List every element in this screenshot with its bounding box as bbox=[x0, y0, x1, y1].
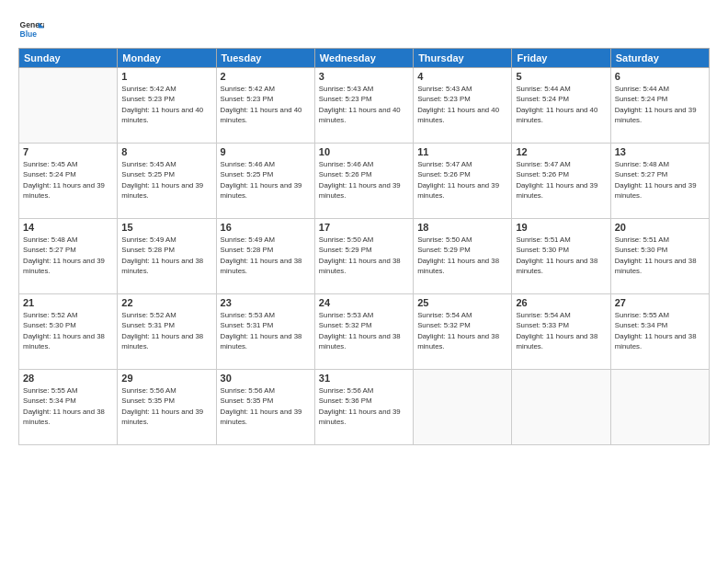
day-number: 18 bbox=[417, 222, 507, 233]
day-number: 22 bbox=[121, 297, 211, 308]
day-number: 28 bbox=[23, 373, 113, 384]
day-number: 12 bbox=[516, 146, 606, 157]
calendar-week-row: 28Sunrise: 5:55 AMSunset: 5:34 PMDayligh… bbox=[19, 370, 710, 445]
header: General Blue bbox=[18, 17, 710, 42]
day-info: Sunrise: 5:48 AMSunset: 5:27 PMDaylight:… bbox=[615, 159, 705, 201]
calendar-cell: 30Sunrise: 5:56 AMSunset: 5:35 PMDayligh… bbox=[216, 370, 314, 445]
day-info: Sunrise: 5:46 AMSunset: 5:25 PMDaylight:… bbox=[221, 159, 311, 201]
weekday-header: Monday bbox=[118, 49, 216, 68]
day-info: Sunrise: 5:50 AMSunset: 5:29 PMDaylight:… bbox=[417, 235, 507, 276]
calendar-cell: 12Sunrise: 5:47 AMSunset: 5:26 PMDayligh… bbox=[512, 144, 610, 219]
day-info: Sunrise: 5:56 AMSunset: 5:35 PMDaylight:… bbox=[121, 385, 211, 427]
calendar-week-row: 14Sunrise: 5:48 AMSunset: 5:27 PMDayligh… bbox=[19, 219, 710, 294]
calendar-cell: 15Sunrise: 5:49 AMSunset: 5:28 PMDayligh… bbox=[118, 219, 216, 294]
day-info: Sunrise: 5:56 AMSunset: 5:35 PMDaylight:… bbox=[221, 385, 311, 427]
calendar-cell bbox=[19, 68, 118, 144]
calendar-cell: 13Sunrise: 5:48 AMSunset: 5:27 PMDayligh… bbox=[610, 144, 709, 219]
calendar-table: SundayMondayTuesdayWednesdayThursdayFrid… bbox=[18, 48, 710, 445]
weekday-header: Tuesday bbox=[216, 49, 314, 68]
calendar-header-row: SundayMondayTuesdayWednesdayThursdayFrid… bbox=[19, 49, 710, 68]
day-info: Sunrise: 5:42 AMSunset: 5:23 PMDaylight:… bbox=[121, 84, 211, 125]
calendar-cell: 11Sunrise: 5:47 AMSunset: 5:26 PMDayligh… bbox=[414, 144, 512, 219]
day-info: Sunrise: 5:54 AMSunset: 5:33 PMDaylight:… bbox=[516, 310, 606, 351]
svg-text:Blue: Blue bbox=[20, 29, 38, 39]
calendar-cell: 5Sunrise: 5:44 AMSunset: 5:24 PMDaylight… bbox=[512, 68, 610, 144]
day-info: Sunrise: 5:47 AMSunset: 5:26 PMDaylight:… bbox=[417, 159, 507, 201]
day-info: Sunrise: 5:42 AMSunset: 5:23 PMDaylight:… bbox=[221, 84, 311, 125]
calendar-cell: 24Sunrise: 5:53 AMSunset: 5:32 PMDayligh… bbox=[314, 294, 413, 370]
day-number: 6 bbox=[615, 71, 705, 82]
day-number: 25 bbox=[417, 297, 507, 308]
day-number: 9 bbox=[221, 146, 311, 157]
calendar-cell: 21Sunrise: 5:52 AMSunset: 5:30 PMDayligh… bbox=[19, 294, 118, 370]
calendar-cell: 6Sunrise: 5:44 AMSunset: 5:24 PMDaylight… bbox=[610, 68, 709, 144]
day-info: Sunrise: 5:46 AMSunset: 5:26 PMDaylight:… bbox=[319, 159, 409, 201]
day-info: Sunrise: 5:55 AMSunset: 5:34 PMDaylight:… bbox=[615, 310, 705, 351]
calendar-cell: 9Sunrise: 5:46 AMSunset: 5:25 PMDaylight… bbox=[216, 144, 314, 219]
weekday-header: Friday bbox=[512, 49, 610, 68]
calendar-cell: 1Sunrise: 5:42 AMSunset: 5:23 PMDaylight… bbox=[118, 68, 216, 144]
calendar-cell: 17Sunrise: 5:50 AMSunset: 5:29 PMDayligh… bbox=[314, 219, 413, 294]
calendar-cell: 3Sunrise: 5:43 AMSunset: 5:23 PMDaylight… bbox=[314, 68, 413, 144]
calendar-cell: 31Sunrise: 5:56 AMSunset: 5:36 PMDayligh… bbox=[314, 370, 413, 445]
day-number: 8 bbox=[121, 146, 211, 157]
day-number: 2 bbox=[221, 71, 311, 82]
day-number: 29 bbox=[121, 373, 211, 384]
day-info: Sunrise: 5:48 AMSunset: 5:27 PMDaylight:… bbox=[23, 235, 113, 276]
day-info: Sunrise: 5:45 AMSunset: 5:24 PMDaylight:… bbox=[23, 159, 113, 201]
day-info: Sunrise: 5:49 AMSunset: 5:28 PMDaylight:… bbox=[221, 235, 311, 276]
day-info: Sunrise: 5:47 AMSunset: 5:26 PMDaylight:… bbox=[516, 159, 606, 201]
calendar-cell: 16Sunrise: 5:49 AMSunset: 5:28 PMDayligh… bbox=[216, 219, 314, 294]
calendar-cell: 18Sunrise: 5:50 AMSunset: 5:29 PMDayligh… bbox=[414, 219, 512, 294]
day-info: Sunrise: 5:53 AMSunset: 5:32 PMDaylight:… bbox=[319, 310, 409, 351]
day-info: Sunrise: 5:54 AMSunset: 5:32 PMDaylight:… bbox=[417, 310, 507, 351]
calendar-cell: 4Sunrise: 5:43 AMSunset: 5:23 PMDaylight… bbox=[414, 68, 512, 144]
calendar-cell: 28Sunrise: 5:55 AMSunset: 5:34 PMDayligh… bbox=[19, 370, 118, 445]
day-info: Sunrise: 5:52 AMSunset: 5:30 PMDaylight:… bbox=[23, 310, 113, 351]
day-number: 20 bbox=[615, 222, 705, 233]
day-info: Sunrise: 5:55 AMSunset: 5:34 PMDaylight:… bbox=[23, 385, 113, 427]
day-info: Sunrise: 5:52 AMSunset: 5:31 PMDaylight:… bbox=[121, 310, 211, 351]
day-number: 17 bbox=[319, 222, 409, 233]
day-number: 31 bbox=[319, 373, 409, 384]
day-number: 26 bbox=[516, 297, 606, 308]
day-info: Sunrise: 5:51 AMSunset: 5:30 PMDaylight:… bbox=[615, 235, 705, 276]
calendar-cell: 29Sunrise: 5:56 AMSunset: 5:35 PMDayligh… bbox=[118, 370, 216, 445]
day-number: 24 bbox=[319, 297, 409, 308]
weekday-header: Sunday bbox=[19, 49, 118, 68]
logo: General Blue bbox=[18, 17, 44, 42]
day-info: Sunrise: 5:45 AMSunset: 5:25 PMDaylight:… bbox=[121, 159, 211, 201]
weekday-header: Saturday bbox=[610, 49, 709, 68]
day-number: 11 bbox=[417, 146, 507, 157]
day-number: 13 bbox=[615, 146, 705, 157]
page: General Blue SundayMondayTuesdayWednesda… bbox=[0, 0, 728, 563]
calendar-cell bbox=[610, 370, 709, 445]
day-info: Sunrise: 5:50 AMSunset: 5:29 PMDaylight:… bbox=[319, 235, 409, 276]
day-info: Sunrise: 5:43 AMSunset: 5:23 PMDaylight:… bbox=[417, 84, 507, 125]
calendar-week-row: 7Sunrise: 5:45 AMSunset: 5:24 PMDaylight… bbox=[19, 144, 710, 219]
calendar-cell: 23Sunrise: 5:53 AMSunset: 5:31 PMDayligh… bbox=[216, 294, 314, 370]
day-number: 30 bbox=[221, 373, 311, 384]
day-info: Sunrise: 5:56 AMSunset: 5:36 PMDaylight:… bbox=[319, 385, 409, 427]
day-info: Sunrise: 5:43 AMSunset: 5:23 PMDaylight:… bbox=[319, 84, 409, 125]
day-info: Sunrise: 5:44 AMSunset: 5:24 PMDaylight:… bbox=[516, 84, 606, 125]
day-number: 19 bbox=[516, 222, 606, 233]
calendar-cell: 19Sunrise: 5:51 AMSunset: 5:30 PMDayligh… bbox=[512, 219, 610, 294]
day-number: 7 bbox=[23, 146, 113, 157]
calendar-cell: 14Sunrise: 5:48 AMSunset: 5:27 PMDayligh… bbox=[19, 219, 118, 294]
day-number: 15 bbox=[121, 222, 211, 233]
day-number: 3 bbox=[319, 71, 409, 82]
day-number: 16 bbox=[221, 222, 311, 233]
calendar-week-row: 1Sunrise: 5:42 AMSunset: 5:23 PMDaylight… bbox=[19, 68, 710, 144]
calendar-cell: 27Sunrise: 5:55 AMSunset: 5:34 PMDayligh… bbox=[610, 294, 709, 370]
calendar-cell: 25Sunrise: 5:54 AMSunset: 5:32 PMDayligh… bbox=[414, 294, 512, 370]
day-number: 10 bbox=[319, 146, 409, 157]
day-info: Sunrise: 5:44 AMSunset: 5:24 PMDaylight:… bbox=[615, 84, 705, 125]
day-info: Sunrise: 5:51 AMSunset: 5:30 PMDaylight:… bbox=[516, 235, 606, 276]
day-number: 21 bbox=[23, 297, 113, 308]
day-info: Sunrise: 5:53 AMSunset: 5:31 PMDaylight:… bbox=[221, 310, 311, 351]
calendar-cell bbox=[414, 370, 512, 445]
weekday-header: Thursday bbox=[414, 49, 512, 68]
day-number: 27 bbox=[615, 297, 705, 308]
day-number: 1 bbox=[121, 71, 211, 82]
